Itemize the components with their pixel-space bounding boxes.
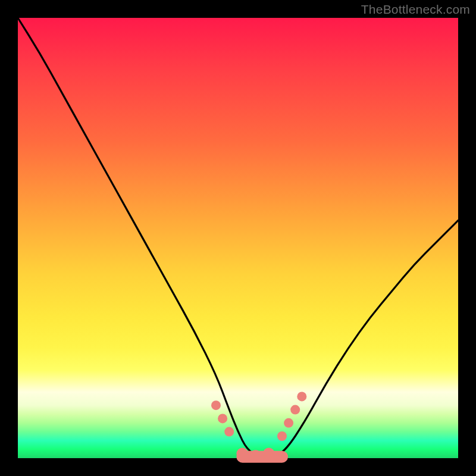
valley-dot bbox=[211, 400, 221, 410]
plot-area bbox=[18, 18, 458, 458]
valley-dot bbox=[250, 450, 262, 462]
valley-dot bbox=[297, 392, 306, 401]
valley-dot bbox=[290, 405, 300, 415]
valley-dot bbox=[284, 418, 293, 428]
valley-dot bbox=[263, 448, 275, 460]
chart-frame: TheBottleneck.com bbox=[0, 0, 476, 476]
valley-dot bbox=[277, 431, 287, 441]
bottleneck-curve bbox=[18, 18, 458, 458]
valley-dot bbox=[236, 448, 248, 460]
valley-dot bbox=[224, 427, 234, 437]
watermark-text: TheBottleneck.com bbox=[361, 2, 470, 17]
valley-dot bbox=[218, 414, 227, 423]
curve-path bbox=[18, 18, 458, 458]
